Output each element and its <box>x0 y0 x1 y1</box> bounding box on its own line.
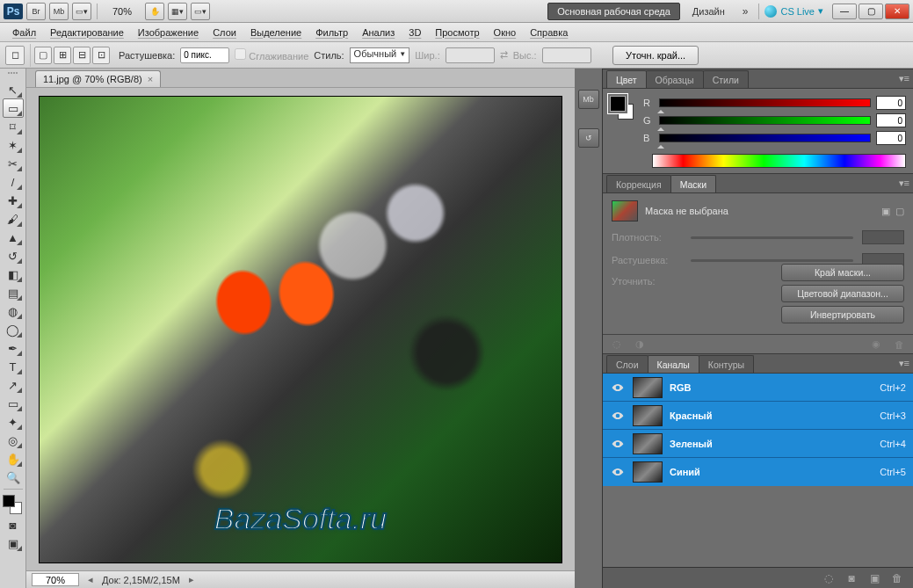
g-value[interactable] <box>876 113 906 127</box>
channel-blue[interactable]: Синий Ctrl+5 <box>603 458 913 486</box>
tab-swatches[interactable]: Образцы <box>646 70 704 88</box>
3d-tool[interactable]: ✦ <box>3 412 24 432</box>
history-brush-tool[interactable]: ↺ <box>3 246 24 265</box>
zoom-tool[interactable]: 🔍 <box>3 468 24 487</box>
collapsed-minibridge-icon[interactable]: Mb <box>578 90 599 109</box>
3d-camera-tool[interactable]: ◎ <box>3 431 24 450</box>
screen-mode-button[interactable]: ▭▾ <box>191 3 210 20</box>
zoom-level-display[interactable]: 70% <box>103 6 141 17</box>
maximize-button[interactable]: ▢ <box>859 4 883 19</box>
status-zoom-input[interactable] <box>32 573 79 586</box>
hand-tool-button[interactable]: ✋ <box>145 3 164 20</box>
delete-channel-icon[interactable]: 🗑 <box>890 571 904 585</box>
bridge-button[interactable]: Br <box>26 3 46 20</box>
channel-red[interactable]: Красный Ctrl+3 <box>603 402 913 430</box>
load-channel-selection-icon[interactable]: ◌ <box>822 571 836 585</box>
load-selection-icon[interactable]: ◌ <box>610 338 624 352</box>
menu-help[interactable]: Справка <box>523 25 575 40</box>
crop-tool[interactable]: ✂ <box>3 154 24 173</box>
tab-paths[interactable]: Контуры <box>699 355 754 373</box>
lasso-tool[interactable]: ⌑ <box>3 117 24 136</box>
arrange-button[interactable]: ▦▾ <box>168 3 187 20</box>
clone-stamp-tool[interactable]: ▲ <box>3 228 24 247</box>
selection-intersect-icon[interactable]: ⊡ <box>92 47 110 64</box>
g-slider[interactable] <box>659 116 871 125</box>
workspace-essentials[interactable]: Основная рабочая среда <box>547 3 680 20</box>
view-extras-button[interactable]: ▭▾ <box>72 3 91 20</box>
eraser-tool[interactable]: ◧ <box>3 265 24 284</box>
panel-menu-icon[interactable]: ▾≡ <box>899 358 909 369</box>
visibility-eye-icon[interactable] <box>612 466 624 478</box>
color-swatch[interactable] <box>610 96 636 122</box>
b-value[interactable] <box>876 131 906 145</box>
selection-new-icon[interactable]: ▢ <box>34 47 52 64</box>
channel-green[interactable]: Зеленый Ctrl+4 <box>603 430 913 458</box>
marquee-tool[interactable]: ▭ <box>3 98 24 118</box>
close-button[interactable]: ✕ <box>885 4 909 19</box>
mask-color-range-button[interactable]: Цветовой диапазон... <box>781 285 904 302</box>
screen-mode-cycle[interactable]: ▣ <box>3 534 24 553</box>
r-slider[interactable] <box>659 98 871 107</box>
move-tool[interactable]: ↖ <box>3 80 24 99</box>
style-select[interactable]: Обычный <box>350 47 410 63</box>
minimize-button[interactable]: — <box>832 4 857 19</box>
menu-window[interactable]: Окно <box>487 25 524 40</box>
menu-view[interactable]: Просмотр <box>428 25 486 40</box>
apply-mask-icon[interactable]: ◑ <box>633 338 647 352</box>
visibility-eye-icon[interactable] <box>612 410 624 422</box>
tab-color[interactable]: Цвет <box>606 70 647 88</box>
hand-tool[interactable]: ✋ <box>3 449 24 468</box>
feather-input[interactable] <box>180 47 229 63</box>
panel-menu-icon[interactable]: ▾≡ <box>899 178 909 189</box>
healing-brush-tool[interactable]: ✚ <box>3 191 24 210</box>
canvas-viewport[interactable]: BazaSofta.ru <box>26 88 575 570</box>
quick-select-tool[interactable]: ✶ <box>3 135 24 155</box>
mask-edge-button[interactable]: Край маски... <box>781 264 904 281</box>
channel-rgb[interactable]: RGB Ctrl+2 <box>603 374 913 402</box>
menu-edit[interactable]: Редактирование <box>43 25 131 40</box>
panel-menu-icon[interactable]: ▾≡ <box>899 73 909 84</box>
selection-subtract-icon[interactable]: ⊟ <box>73 47 91 64</box>
tab-adjustments[interactable]: Коррекция <box>606 175 671 192</box>
new-channel-icon[interactable]: ▣ <box>867 571 881 585</box>
shape-tool[interactable]: ▭ <box>3 394 24 413</box>
vector-mask-icon[interactable]: ▢ <box>895 206 904 217</box>
tab-channels[interactable]: Каналы <box>648 355 699 373</box>
pen-tool[interactable]: ✒ <box>3 338 24 358</box>
tool-preset-icon[interactable]: ◻ <box>5 46 25 65</box>
b-slider[interactable] <box>659 134 871 142</box>
menu-image[interactable]: Изображение <box>131 25 206 40</box>
path-select-tool[interactable]: ↗ <box>3 375 24 395</box>
dodge-tool[interactable]: ◯ <box>3 320 24 339</box>
menu-file[interactable]: Файл <box>5 25 43 40</box>
status-arrow-left-icon[interactable]: ◂ <box>88 574 93 585</box>
type-tool[interactable]: T <box>3 357 24 376</box>
minibridge-button[interactable]: Mb <box>49 3 69 20</box>
r-value[interactable] <box>876 96 906 110</box>
delete-mask-icon[interactable]: 🗑 <box>892 338 906 352</box>
menu-layers[interactable]: Слои <box>206 25 243 40</box>
quick-mask-toggle[interactable]: ◙ <box>3 515 24 534</box>
color-swatches[interactable] <box>3 495 24 516</box>
menu-analysis[interactable]: Анализ <box>355 25 402 40</box>
document-tab-close-icon[interactable]: × <box>148 74 153 84</box>
selection-add-icon[interactable]: ⊞ <box>54 47 71 64</box>
workspace-design[interactable]: Дизайн <box>684 4 734 19</box>
visibility-eye-icon[interactable] <box>612 438 624 450</box>
menu-3d[interactable]: 3D <box>402 25 428 40</box>
gradient-tool[interactable]: ▤ <box>3 283 24 302</box>
eyedropper-tool[interactable]: / <box>3 172 24 192</box>
cs-live-button[interactable]: CS Live ▾ <box>764 5 823 18</box>
collapsed-history-icon[interactable]: ↺ <box>578 128 599 148</box>
tab-styles[interactable]: Стили <box>703 70 749 88</box>
workspace-more-icon[interactable]: » <box>737 5 754 18</box>
color-spectrum[interactable] <box>652 154 906 168</box>
brush-tool[interactable]: 🖌 <box>3 209 24 229</box>
document-tab[interactable]: 11.jpg @ 70% (RGB/8) × <box>35 70 161 87</box>
visibility-eye-icon[interactable] <box>612 381 624 394</box>
mask-invert-button[interactable]: Инвертировать <box>781 306 904 323</box>
save-selection-icon[interactable]: ◙ <box>844 571 859 585</box>
tab-masks[interactable]: Маски <box>670 175 716 192</box>
panel-grip-icon[interactable] <box>2 72 25 79</box>
toggle-mask-icon[interactable]: ◉ <box>869 338 883 352</box>
